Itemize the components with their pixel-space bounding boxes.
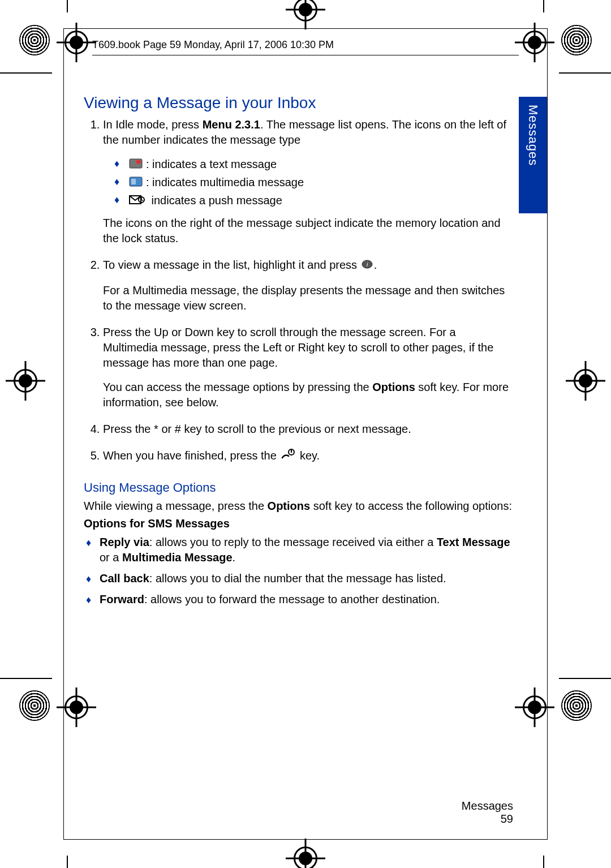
register-target: [566, 361, 605, 401]
step-1-tail: The icons on the right of the message su…: [103, 216, 513, 246]
header-rule: [92, 55, 519, 55]
spiral-mark: [561, 690, 592, 721]
step-2: To view a message in the list, highlight…: [103, 257, 513, 313]
page-content: Viewing a Message in your Inbox In Idle …: [84, 92, 513, 805]
crop-rule: [559, 678, 611, 679]
thumb-tab-messages: Messages: [519, 97, 547, 213]
step-5-text: When you have finished, press the key.: [103, 448, 513, 465]
options-intro: While viewing a message, press the Optio…: [84, 499, 513, 514]
text: When you have finished, press the: [103, 449, 279, 462]
instruction-list: In Idle mode, press Menu 2.3.1. The mess…: [84, 117, 513, 465]
option-forward: Forward: allows you to forward the messa…: [86, 592, 513, 607]
text: : allows you to reply to the message rec…: [149, 536, 437, 548]
step-1: In Idle mode, press Menu 2.3.1. The mess…: [103, 117, 513, 247]
crop-rule: [67, 0, 68, 12]
crop-rule: [543, 856, 544, 868]
crop-rule: [0, 678, 52, 679]
register-target: [6, 361, 45, 401]
option-name: Forward: [100, 593, 144, 605]
page-footer: Messages 59: [462, 800, 513, 826]
text: : allows you to dial the number that the…: [149, 572, 446, 585]
legend-mms: : indicates multimedia message: [114, 175, 513, 191]
option-reply-via: Reply via: allows you to reply to the me…: [86, 535, 513, 565]
register-target: [286, 0, 325, 29]
step-4: Press the * or # key to scroll to the pr…: [103, 422, 513, 437]
step-2b: For a Multimedia message, the display pr…: [103, 283, 513, 313]
section-heading: Viewing a Message in your Inbox: [84, 92, 513, 114]
options-key: Options: [268, 500, 311, 512]
spiral-mark: [561, 25, 592, 55]
page-frame: T609.book Page 59 Monday, April 17, 2006…: [63, 28, 548, 840]
step-5: When you have finished, press the key.: [103, 448, 513, 465]
text: or a: [100, 551, 122, 564]
thumb-tab-label: Messages: [526, 105, 540, 166]
step-3: Press the Up or Down key to scroll throu…: [103, 325, 513, 410]
crop-rule: [0, 72, 52, 74]
option-name: Reply via: [100, 536, 149, 548]
sms-options-list: Reply via: allows you to reply to the me…: [84, 535, 513, 607]
step-2a: To view a message in the list, highlight…: [103, 257, 513, 273]
end-key-icon: [281, 448, 295, 465]
register-target: [286, 839, 325, 868]
multimedia-message-icon: [129, 175, 143, 191]
legend-push: indicates a push message: [114, 193, 513, 209]
legend-text-message: : indicates a text message: [114, 157, 513, 173]
svg-rect-1: [136, 160, 141, 164]
crop-rule: [67, 856, 68, 868]
crop-rule: [543, 0, 544, 12]
step-4-text: Press the * or # key to scroll to the pr…: [103, 422, 513, 437]
text: While viewing a message, press the: [84, 500, 268, 512]
option-call-back: Call back: allows you to dial the number…: [86, 571, 513, 586]
text: You can access the message options by pr…: [103, 381, 372, 393]
text: : allows you to forward the message to a…: [144, 593, 440, 605]
ok-key-icon: i: [362, 259, 373, 274]
option-name: Call back: [100, 572, 149, 585]
menu-code: Menu 2.3.1: [203, 118, 260, 131]
subsection-heading: Using Message Options: [84, 479, 513, 496]
text: .: [374, 259, 377, 271]
step-3a: Press the Up or Down key to scroll throu…: [103, 325, 513, 371]
text: To view a message in the list, highlight…: [103, 259, 360, 271]
svg-rect-3: [131, 179, 136, 184]
step-3b: You can access the message options by pr…: [103, 380, 513, 410]
footer-chapter: Messages: [462, 800, 513, 813]
text: In Idle mode, press: [103, 118, 203, 131]
text-message-icon: [129, 157, 143, 173]
spiral-mark: [19, 690, 50, 721]
spiral-mark: [19, 25, 50, 55]
icon-legend: : indicates a text message : indicates m…: [103, 157, 513, 209]
text-bold: Multimedia Message: [122, 551, 233, 564]
text: soft key to access the following options…: [310, 500, 512, 512]
step-1-text: In Idle mode, press Menu 2.3.1. The mess…: [103, 117, 513, 148]
footer-page-number: 59: [462, 813, 513, 826]
legend-label: : indicates a text message: [146, 158, 277, 170]
crop-rule: [559, 72, 611, 74]
text-bold: Text Message: [437, 536, 510, 548]
options-key: Options: [372, 381, 415, 393]
running-head: T609.book Page 59 Monday, April 17, 2006…: [92, 39, 334, 51]
text: .: [233, 551, 236, 564]
legend-label: : indicates multimedia message: [146, 176, 304, 188]
push-message-icon: [129, 194, 145, 209]
text: key.: [300, 449, 320, 462]
legend-label: indicates a push message: [148, 194, 282, 207]
sms-options-heading: Options for SMS Messages: [84, 517, 230, 530]
